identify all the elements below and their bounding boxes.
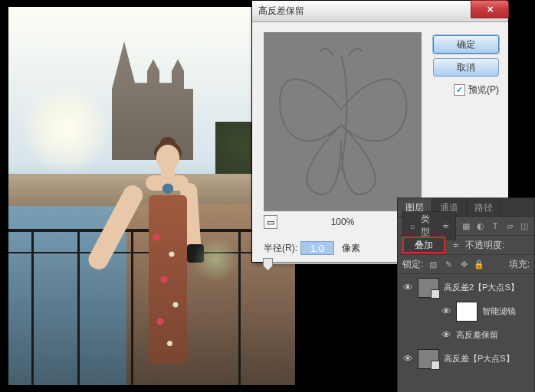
filter-smart-icon[interactable]: ◫: [520, 220, 530, 231]
lock-all-icon[interactable]: 🔒: [474, 259, 484, 270]
workspace: 高反差保留 ✕ ▭ 100% ▣ 确定 取消 ✓ 预览(P) 半径(R):: [0, 0, 535, 392]
zoom-out-button[interactable]: ▭: [264, 215, 277, 229]
photo-rail-post: [77, 229, 80, 385]
lock-trans-icon[interactable]: ▨: [428, 259, 438, 270]
lock-row: 锁定: ▨ ✎ ✥ 🔒 填充:: [398, 255, 534, 274]
lock-pixel-icon[interactable]: ✎: [443, 259, 454, 270]
preview-checkbox[interactable]: ✓: [454, 84, 465, 96]
filter-type-label: 类型: [421, 213, 438, 239]
visibility-icon[interactable]: 👁: [402, 353, 413, 364]
layer-row[interactable]: 👁 高反差【P大点S】: [398, 347, 534, 371]
blend-row: 叠加 ≑ 不透明度:: [398, 236, 534, 255]
opacity-label: 不透明度:: [465, 239, 504, 252]
layer-name: 高反差2【P大点S】: [444, 282, 519, 293]
smart-object-icon: [431, 289, 440, 299]
photo-rail-post: [31, 229, 34, 385]
smart-filters-label: 智能滤镜: [482, 305, 516, 317]
dropdown-icon: ≑: [441, 220, 451, 231]
visibility-icon[interactable]: 👁: [402, 282, 413, 293]
dialog-title-text: 高反差保留: [258, 5, 304, 18]
zoom-level: 100%: [331, 217, 355, 227]
search-icon: ⌕: [408, 220, 418, 231]
cancel-button[interactable]: 取消: [433, 58, 499, 77]
check-icon: ✓: [456, 85, 463, 95]
photo-dress-pattern: [149, 195, 187, 364]
blend-mode-label: 叠加: [415, 239, 433, 252]
layers-list: 👁 高反差2【P大点S】 👁 智能滤镜 👁 高反差保留 👁 高反差【P大点S】: [398, 274, 534, 372]
tab-paths[interactable]: 路径: [467, 198, 501, 216]
smart-filter-item[interactable]: 👁 高反差保留: [398, 323, 534, 347]
filter-type-icon[interactable]: T: [491, 220, 501, 231]
visibility-icon[interactable]: 👁: [441, 305, 451, 317]
smart-object-icon: [431, 361, 440, 370]
lock-label: 锁定:: [402, 258, 423, 271]
preview-checkbox-label: 预览(P): [468, 83, 499, 96]
layers-panel: 图层 通道 路径 ⌕ 类型 ≑ ▦ ◐ T ▱ ◫ 叠加 ≑ 不透明度: 锁定:…: [397, 198, 535, 392]
visibility-icon[interactable]: 👁: [441, 329, 451, 341]
photo-dress: [149, 195, 187, 364]
blend-mode-select[interactable]: 叠加: [402, 237, 445, 253]
layer-thumbnail[interactable]: [418, 349, 439, 369]
filter-preview[interactable]: [264, 32, 422, 211]
radius-row: 半径(R): 像素: [264, 241, 360, 255]
filter-adjust-icon[interactable]: ◐: [475, 220, 485, 231]
radius-unit: 像素: [342, 242, 360, 255]
smart-filters-row[interactable]: 👁 智能滤镜: [398, 299, 534, 323]
filter-name: 高反差保留: [456, 329, 498, 341]
fill-label: 填充:: [509, 258, 530, 271]
filter-shape-icon[interactable]: ▱: [505, 220, 515, 231]
minus-icon: ▭: [267, 217, 274, 227]
filter-pixel-icon[interactable]: ▦: [461, 220, 471, 231]
layer-name: 高反差【P大点S】: [444, 353, 514, 364]
photo-rail-post: [238, 229, 241, 385]
close-button[interactable]: ✕: [471, 0, 509, 18]
photo-lens-flare: [192, 237, 238, 283]
photo-sun: [20, 83, 112, 175]
radius-label: 半径(R):: [264, 242, 297, 255]
layer-row[interactable]: 👁 高反差2【P大点S】: [398, 276, 534, 299]
filter-mask-thumbnail[interactable]: [456, 302, 478, 322]
close-icon: ✕: [487, 5, 494, 15]
preview-image: [264, 33, 421, 211]
preview-checkbox-row: ✓ 预览(P): [454, 83, 499, 96]
layer-thumbnail[interactable]: [418, 278, 439, 298]
dialog-titlebar[interactable]: 高反差保留 ✕: [252, 1, 508, 22]
chevron-icon: ≑: [450, 240, 461, 250]
lock-pos-icon[interactable]: ✥: [458, 259, 469, 270]
layer-filter-row: ⌕ 类型 ≑ ▦ ◐ T ▱ ◫: [398, 217, 534, 236]
ok-button[interactable]: 确定: [433, 35, 499, 54]
radius-input[interactable]: [300, 241, 334, 255]
